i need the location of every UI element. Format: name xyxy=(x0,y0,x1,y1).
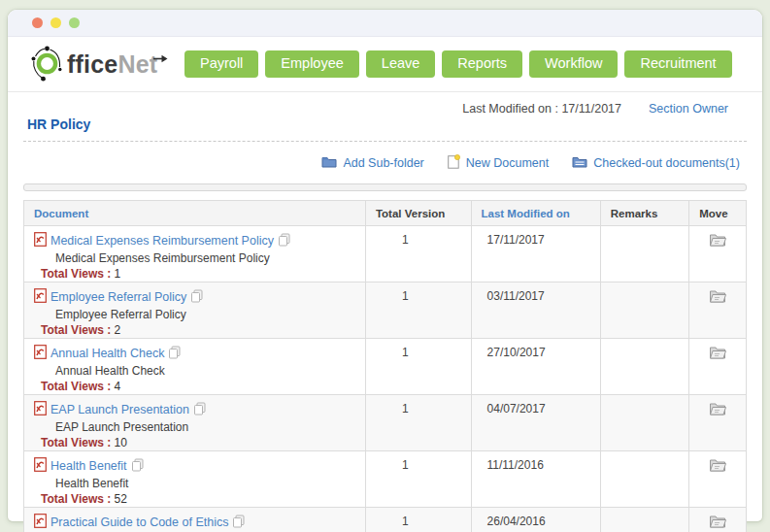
table-row: Health Benefit Health Benefit Total View… xyxy=(24,451,747,508)
remarks-cell xyxy=(600,339,689,395)
window-close-icon[interactable] xyxy=(32,17,43,28)
nav-reports[interactable]: Reports xyxy=(442,50,522,78)
dashed-divider xyxy=(23,141,747,142)
total-views: Total Views : 4 xyxy=(34,380,359,394)
move-folder-icon xyxy=(709,232,726,249)
nav-workflow[interactable]: Workflow xyxy=(529,50,618,78)
document-link[interactable]: Practical Guide to Code of Ethics xyxy=(50,515,228,530)
total-views: Total Views : 1 xyxy=(34,267,359,282)
total-version-cell: 1 xyxy=(365,339,471,395)
total-version-cell: 1 xyxy=(365,395,471,451)
document-link[interactable]: Health Benefit xyxy=(50,459,127,474)
folder-plus-icon xyxy=(321,155,337,171)
move-folder-icon xyxy=(709,457,726,475)
nav-payroll[interactable]: Payroll xyxy=(184,50,258,78)
total-views-value: 10 xyxy=(115,436,127,449)
total-version-cell: 1 xyxy=(365,508,471,532)
horizontal-scrollbar[interactable] xyxy=(23,183,747,191)
main-nav: Payroll Employee Leave Reports Workflow … xyxy=(184,50,732,78)
last-modified-cell: 03/11/2017 xyxy=(471,283,600,339)
copy-document-icon[interactable] xyxy=(190,289,203,307)
window-maximize-icon[interactable] xyxy=(69,17,80,28)
document-link[interactable]: Medical Expenses Reimbursement Policy xyxy=(50,234,274,249)
documents-table: Document Total Version Last Modified on … xyxy=(23,200,747,532)
remarks-cell xyxy=(600,395,689,451)
total-views-value: 1 xyxy=(115,267,121,281)
last-modified-cell: 26/04/2016 xyxy=(471,508,600,532)
header-remarks: Remarks xyxy=(600,201,689,226)
logo-arrow-icon xyxy=(153,50,168,67)
document-subtitle: EAP Launch Presentation xyxy=(34,420,359,435)
document-subtitle: Medical Expenses Reimbursement Policy xyxy=(34,251,359,266)
copy-document-icon[interactable] xyxy=(193,402,206,419)
total-views: Total Views : 2 xyxy=(34,323,359,338)
page-content: Last Modified on : 17/11/2017 Section Ow… xyxy=(8,92,762,532)
total-version-cell: 1 xyxy=(365,451,471,508)
pdf-file-icon xyxy=(34,288,47,307)
document-link[interactable]: EAP Launch Presentation xyxy=(50,403,189,417)
document-link[interactable]: Annual Health Check xyxy=(50,347,164,361)
copy-document-icon[interactable] xyxy=(168,346,181,363)
add-subfolder-button[interactable]: Add Sub-folder xyxy=(321,155,423,171)
new-document-icon xyxy=(448,154,460,172)
total-views-value: 2 xyxy=(115,323,121,337)
move-document-button[interactable] xyxy=(709,288,726,306)
pdf-file-icon xyxy=(34,232,47,250)
total-views-label: Total Views : xyxy=(41,267,111,281)
nav-recruitment[interactable]: Recruitment xyxy=(624,50,731,78)
move-document-button[interactable] xyxy=(709,457,726,475)
move-document-button[interactable] xyxy=(709,232,726,249)
officenet-logo: fficeNet xyxy=(29,44,177,85)
browser-window: fficeNet Payroll Employee Leave Reports … xyxy=(8,10,762,521)
last-modified-cell: 04/07/2017 xyxy=(471,395,600,451)
pdf-file-icon xyxy=(34,514,47,532)
move-document-button[interactable] xyxy=(709,514,726,531)
document-link[interactable]: Employee Referral Policy xyxy=(50,290,186,305)
table-row: Practical Guide to Code of Ethics Practi… xyxy=(24,508,747,532)
nav-employee[interactable]: Employee xyxy=(265,50,358,78)
header-document[interactable]: Document xyxy=(24,201,366,226)
app-header: fficeNet Payroll Employee Leave Reports … xyxy=(8,37,762,92)
move-folder-icon xyxy=(709,345,726,362)
move-document-button[interactable] xyxy=(709,345,726,362)
officenet-logo-icon xyxy=(29,44,65,85)
new-document-button[interactable]: New Document xyxy=(448,154,549,172)
folder-actions: Add Sub-folder New Document xyxy=(20,154,750,172)
new-document-label: New Document xyxy=(466,156,549,170)
last-modified-cell: 27/10/2017 xyxy=(471,339,600,395)
move-document-button[interactable] xyxy=(709,401,726,418)
table-row: EAP Launch Presentation EAP Launch Prese… xyxy=(24,395,747,451)
nav-leave[interactable]: Leave xyxy=(366,50,436,78)
remarks-cell xyxy=(600,508,689,532)
table-row: Annual Health Check Annual Health Check … xyxy=(24,339,747,395)
total-views-value: 52 xyxy=(115,492,127,506)
section-owner-link[interactable]: Section Owner xyxy=(649,102,728,116)
copy-document-icon[interactable] xyxy=(232,515,245,532)
remarks-cell xyxy=(600,451,689,508)
pdf-file-icon xyxy=(34,401,47,419)
last-modified-text: Last Modified on : 17/11/2017 xyxy=(462,102,621,116)
folder-documents-icon xyxy=(572,155,587,171)
total-version-cell: 1 xyxy=(365,283,471,339)
copy-document-icon[interactable] xyxy=(278,233,290,250)
total-views: Total Views : 10 xyxy=(34,436,359,450)
document-subtitle: Health Benefit xyxy=(34,477,359,491)
document-subtitle: Annual Health Check xyxy=(34,364,359,379)
pdf-file-icon xyxy=(34,345,47,363)
total-views-label: Total Views : xyxy=(41,380,111,393)
header-last-modified[interactable]: Last Modified on xyxy=(471,201,600,226)
document-subtitle: Employee Referral Policy xyxy=(34,308,359,322)
window-minimize-icon[interactable] xyxy=(50,17,61,28)
total-views-label: Total Views : xyxy=(41,436,111,449)
move-folder-icon xyxy=(709,401,726,418)
last-modified-cell: 11/11/2016 xyxy=(471,451,600,508)
window-titlebar xyxy=(8,10,762,37)
total-views-value: 4 xyxy=(115,380,121,393)
last-modified-cell: 17/11/2017 xyxy=(471,226,600,283)
move-folder-icon xyxy=(709,288,726,306)
officenet-logo-text: fficeNet xyxy=(67,50,157,79)
total-views-label: Total Views : xyxy=(41,492,111,506)
total-views: Total Views : 52 xyxy=(34,492,359,507)
checked-out-documents-button[interactable]: Checked-out documents(1) xyxy=(572,155,740,171)
copy-document-icon[interactable] xyxy=(131,458,144,476)
